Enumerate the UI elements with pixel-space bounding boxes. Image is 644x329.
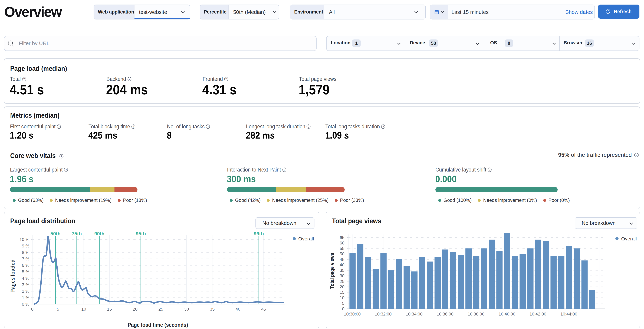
svg-text:?: ? (226, 77, 227, 81)
svg-text:10: 10 (81, 307, 86, 312)
svg-text:25: 25 (158, 307, 163, 312)
svg-text:5 %: 5 % (22, 269, 29, 274)
svg-text:90th: 90th (94, 231, 104, 236)
svg-text:0: 0 (342, 306, 344, 311)
svg-text:?: ? (382, 125, 384, 128)
svg-text:15: 15 (340, 290, 344, 295)
svg-text:Page load time (seconds): Page load time (seconds) (128, 322, 188, 328)
svg-text:?: ? (58, 125, 60, 128)
svg-text:55: 55 (340, 246, 344, 251)
svg-text:?: ? (308, 125, 309, 128)
svg-text:10:40:00: 10:40:00 (498, 312, 515, 316)
svg-text:40: 40 (340, 263, 344, 267)
svg-text:35: 35 (340, 268, 344, 273)
svg-text:3 %: 3 % (22, 282, 29, 287)
svg-text:9 %: 9 % (22, 244, 29, 248)
svg-text:35: 35 (210, 307, 214, 312)
svg-text:45: 45 (261, 307, 266, 312)
svg-text:Pages loaded: Pages loaded (10, 259, 16, 293)
svg-text:?: ? (207, 125, 208, 128)
svg-text:0: 0 (31, 307, 34, 312)
svg-text:8 %: 8 % (22, 250, 29, 255)
svg-text:?: ? (489, 168, 490, 171)
svg-text:Overall: Overall (621, 236, 637, 242)
svg-text:25: 25 (340, 279, 344, 284)
svg-text:20: 20 (133, 307, 138, 312)
svg-text:?: ? (65, 168, 66, 171)
svg-text:30: 30 (184, 307, 189, 312)
svg-text:Total page views: Total page views (329, 253, 335, 289)
svg-text:1 %: 1 % (22, 295, 29, 300)
svg-text:10 %: 10 % (20, 237, 29, 242)
svg-text:10:38:00: 10:38:00 (468, 312, 484, 316)
svg-text:?: ? (636, 154, 637, 157)
svg-text:15: 15 (107, 307, 112, 312)
svg-text:10:44:00: 10:44:00 (560, 312, 577, 316)
svg-text:6 %: 6 % (22, 263, 29, 268)
svg-text:4 %: 4 % (22, 276, 29, 281)
svg-text:Overall: Overall (298, 236, 314, 242)
svg-text:10: 10 (340, 295, 344, 300)
svg-text:10:34:00: 10:34:00 (406, 312, 422, 316)
svg-text:65: 65 (340, 235, 344, 240)
svg-text:50th: 50th (50, 231, 60, 236)
svg-text:?: ? (23, 77, 25, 81)
svg-text:10:42:00: 10:42:00 (529, 312, 546, 316)
svg-text:2 %: 2 % (22, 289, 29, 294)
svg-text:75th: 75th (72, 231, 82, 236)
svg-text:10:32:00: 10:32:00 (375, 312, 392, 316)
svg-text:95th: 95th (136, 231, 146, 236)
svg-text:99th: 99th (254, 231, 264, 236)
svg-text:20: 20 (340, 285, 344, 289)
svg-text:10:36:00: 10:36:00 (437, 312, 454, 316)
svg-text:30: 30 (340, 273, 344, 278)
svg-text:60: 60 (340, 241, 344, 245)
svg-text:?: ? (284, 168, 285, 171)
svg-text:5: 5 (342, 301, 344, 306)
svg-text:7 %: 7 % (22, 257, 29, 261)
svg-text:5: 5 (57, 307, 59, 312)
svg-text:?: ? (129, 77, 130, 81)
svg-text:0 %: 0 % (22, 302, 29, 307)
svg-text:40: 40 (236, 307, 240, 312)
svg-text:?: ? (133, 125, 134, 128)
svg-text:?: ? (61, 155, 62, 158)
svg-text:10:30:00: 10:30:00 (344, 312, 361, 316)
svg-text:50: 50 (340, 252, 344, 256)
svg-text:45: 45 (340, 257, 344, 262)
